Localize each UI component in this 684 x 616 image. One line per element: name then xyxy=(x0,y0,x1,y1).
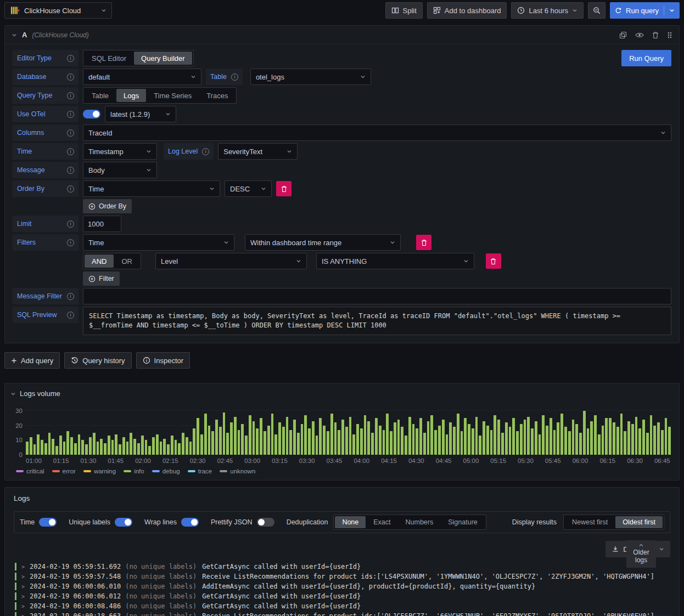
info-icon[interactable]: i xyxy=(67,92,74,99)
add-query-button[interactable]: Add query xyxy=(4,352,60,369)
bool-option-or[interactable]: OR xyxy=(114,255,139,268)
legend-item-trace[interactable]: trace xyxy=(188,468,212,474)
wrap-lines-toggle[interactable] xyxy=(181,518,199,527)
legend-item-debug[interactable]: debug xyxy=(152,468,180,474)
add-to-dashboard-button[interactable]: Add to dashboard xyxy=(427,2,507,19)
log-level-column-select[interactable]: SeverityText xyxy=(218,143,298,160)
label-text: Message xyxy=(17,166,45,174)
prettify-json-toggle[interactable] xyxy=(257,518,274,527)
log-row[interactable]: >2024-02-19 05:59:51.692(no unique label… xyxy=(14,562,670,572)
info-icon[interactable]: i xyxy=(67,239,74,246)
query-history-button[interactable]: Query history xyxy=(64,352,131,369)
volume-bar xyxy=(360,428,363,455)
info-icon[interactable]: i xyxy=(67,148,74,155)
run-query-button[interactable]: Run query xyxy=(610,2,680,19)
legend-item-unknown[interactable]: unknown xyxy=(220,468,255,474)
unique-labels-toggle[interactable] xyxy=(115,518,132,527)
info-icon[interactable]: i xyxy=(67,312,74,319)
query-type-option-traces[interactable]: Traces xyxy=(199,89,235,102)
expand-chevron-icon[interactable]: > xyxy=(21,613,25,616)
collapse-chevron-icon[interactable] xyxy=(12,32,17,38)
info-icon[interactable]: i xyxy=(67,293,74,300)
drag-handle-icon[interactable] xyxy=(667,31,672,39)
info-icon[interactable]: i xyxy=(67,74,74,81)
remove-filter-button[interactable] xyxy=(416,235,431,250)
editor-type-option-sql[interactable]: SQL Editor xyxy=(85,52,133,65)
log-row[interactable]: >2024-02-19 06:00:18.663(no unique label… xyxy=(14,611,670,616)
legend-swatch xyxy=(152,470,160,472)
run-query-editor-button[interactable]: Run Query xyxy=(621,50,671,66)
filter2-field-select[interactable]: Level xyxy=(155,253,307,269)
log-row[interactable]: >2024-02-19 06:00:08.486(no unique label… xyxy=(14,601,670,611)
older-logs-button[interactable]: Older logs xyxy=(626,540,656,568)
expand-chevron-icon[interactable]: > xyxy=(21,574,25,580)
time-column-select[interactable]: Timestamp xyxy=(83,143,157,160)
expand-chevron-icon[interactable]: > xyxy=(21,564,25,570)
query-type-option-table[interactable]: Table xyxy=(85,89,116,102)
add-order-by-button[interactable]: Order By xyxy=(83,199,132,213)
split-button[interactable]: Split xyxy=(385,2,423,19)
info-icon[interactable]: i xyxy=(67,221,74,228)
legend-item-error[interactable]: error xyxy=(52,468,76,474)
info-icon[interactable]: i xyxy=(231,74,238,81)
remove-order-by-button[interactable] xyxy=(276,181,291,196)
remove-query-trash-icon[interactable] xyxy=(652,31,659,39)
zoom-out-button[interactable] xyxy=(588,2,605,19)
legend-item-critical[interactable]: critical xyxy=(16,468,44,474)
info-icon[interactable]: i xyxy=(67,111,74,118)
info-icon[interactable]: i xyxy=(67,185,74,193)
remove-filter2-button[interactable] xyxy=(486,253,501,269)
add-filter-button[interactable]: Filter xyxy=(83,272,120,286)
columns-select[interactable]: TraceId xyxy=(83,125,671,141)
dedup-option-exact[interactable]: Exact xyxy=(366,516,397,528)
otel-version-select[interactable]: latest (1.2.9) xyxy=(105,106,176,122)
editor-type-option-builder[interactable]: Query Builder xyxy=(134,52,192,65)
database-select[interactable]: default xyxy=(83,69,201,85)
use-otel-toggle[interactable] xyxy=(83,110,100,118)
filter-field-select[interactable]: Time xyxy=(83,234,234,251)
limit-input[interactable] xyxy=(83,216,121,232)
expand-chevron-icon[interactable]: > xyxy=(21,594,25,600)
log-row[interactable]: >2024-02-19 05:59:57.548(no unique label… xyxy=(14,572,670,581)
time-toggle[interactable] xyxy=(39,518,57,527)
dedup-option-signature[interactable]: Signature xyxy=(441,516,485,528)
table-select[interactable]: otel_logs xyxy=(250,69,371,85)
x-tick-label: 02:30 xyxy=(190,457,206,464)
info-icon[interactable]: i xyxy=(202,148,209,155)
log-row[interactable]: >2024-02-19 06:00:06.012(no unique label… xyxy=(14,591,670,601)
info-icon[interactable]: i xyxy=(67,167,74,174)
collapse-chevron-icon[interactable] xyxy=(10,391,16,397)
order-option-oldest[interactable]: Oldest first xyxy=(615,516,663,528)
inspector-button[interactable]: Inspector xyxy=(136,352,190,369)
order-option-newest[interactable]: Newest first xyxy=(565,516,615,528)
logs-volume-header[interactable]: Logs volume xyxy=(5,383,679,403)
expand-chevron-icon[interactable]: > xyxy=(21,603,25,609)
expand-chevron-icon[interactable]: > xyxy=(21,584,25,590)
datasource-picker[interactable]: ClickHouse Cloud xyxy=(4,2,112,19)
query-row-header[interactable]: A (ClickHouse Cloud) xyxy=(5,26,679,44)
order-by-field-select[interactable]: Time xyxy=(83,180,220,197)
query-type-option-timeseries[interactable]: Time Series xyxy=(147,89,199,102)
volume-bar xyxy=(568,431,571,455)
filter2-operator-select[interactable]: IS ANYTHING xyxy=(316,253,474,269)
message-filter-input[interactable] xyxy=(83,288,671,304)
query-type-option-logs[interactable]: Logs xyxy=(116,89,146,102)
hide-response-eye-icon[interactable] xyxy=(635,32,644,38)
log-labels: (no unique labels) xyxy=(125,573,197,580)
legend-item-info[interactable]: info xyxy=(124,468,144,474)
order-by-direction-select[interactable]: DESC xyxy=(225,180,272,197)
bool-option-and[interactable]: AND xyxy=(85,255,114,268)
chevron-down-icon[interactable] xyxy=(669,8,675,13)
time-range-picker[interactable]: Last 6 hours xyxy=(511,2,584,19)
volume-bar xyxy=(334,422,337,455)
log-row[interactable]: >2024-02-19 06:00:06.010(no unique label… xyxy=(14,581,670,591)
volume-bar xyxy=(197,418,199,455)
info-icon[interactable]: i xyxy=(67,55,74,62)
legend-item-warning[interactable]: warning xyxy=(83,468,116,474)
duplicate-query-icon[interactable] xyxy=(619,31,627,39)
dedup-option-none[interactable]: None xyxy=(335,516,366,528)
message-column-select[interactable]: Body xyxy=(83,162,157,178)
dedup-option-numbers[interactable]: Numbers xyxy=(399,516,441,528)
info-icon[interactable]: i xyxy=(67,129,74,137)
filter-operator-select[interactable]: Within dashboard time range xyxy=(245,234,401,251)
